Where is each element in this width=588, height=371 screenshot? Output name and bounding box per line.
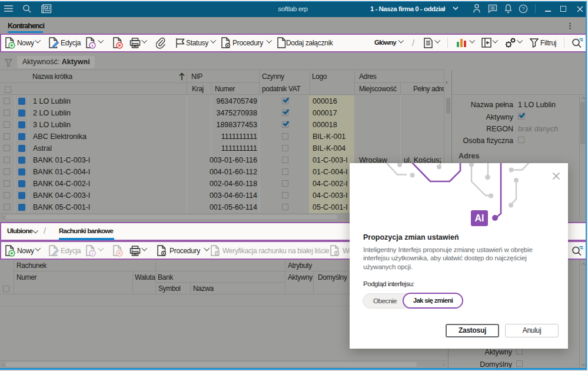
svg-text:?: ? [521, 5, 524, 12]
svg-text:AI: AI [475, 213, 484, 223]
